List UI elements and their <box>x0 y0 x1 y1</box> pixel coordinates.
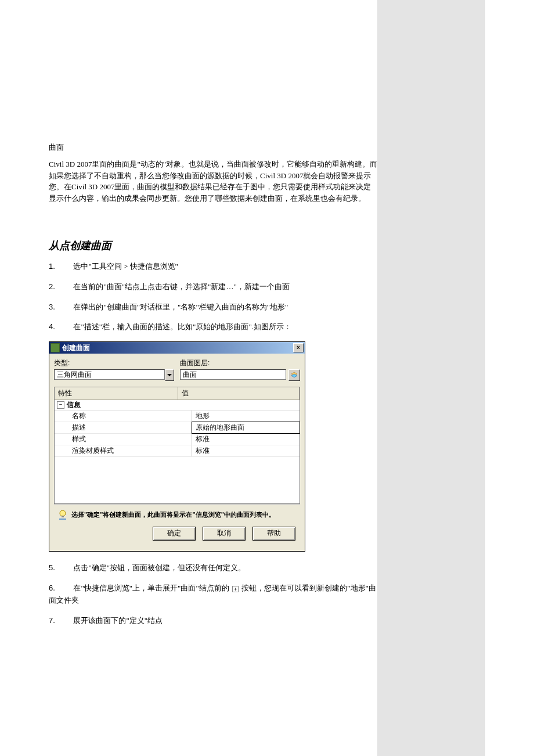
layer-value[interactable]: 曲面 <box>180 369 286 380</box>
app-icon <box>50 343 60 352</box>
collapse-icon[interactable]: − <box>57 401 64 409</box>
grid-header-property: 特性 <box>55 387 178 399</box>
hint-bar: 选择"确定"将创建新曲面，此曲面将显示在"信息浏览"中的曲面列表中。 <box>54 504 300 524</box>
ok-button[interactable]: 确定 <box>153 527 196 541</box>
step-1: 选中"工具空间 > 快捷信息浏览" <box>49 261 377 273</box>
section-label: 曲面 <box>49 142 377 153</box>
grid-row-description[interactable]: 描述 原始的地形曲面 <box>55 422 300 434</box>
create-surface-dialog: 创建曲面 × 类型: 三角网曲面 曲面图层: 曲面 <box>49 341 305 552</box>
lightbulb-icon <box>57 509 68 520</box>
steps-list-bottom: 点击"确定"按钮，面面被创建，但还没有任何定义。 在"快捷信息浏览"上，单击展开… <box>49 562 377 627</box>
grid-blank-area <box>55 457 300 503</box>
layer-picker-button[interactable] <box>288 369 300 381</box>
chevron-down-icon[interactable] <box>165 369 174 381</box>
page-margin <box>377 0 485 756</box>
type-label: 类型: <box>54 358 174 368</box>
property-grid: 特性 值 − 信息 名称 地形 描述 原始的地形曲面 <box>54 387 300 504</box>
grid-group-info[interactable]: − 信息 <box>55 400 300 411</box>
svg-rect-1 <box>62 516 64 517</box>
dialog-title: 创建曲面 <box>62 343 293 353</box>
heading-create-surface: 从点创建曲面 <box>49 239 377 253</box>
svg-point-0 <box>60 510 66 516</box>
cancel-button[interactable]: 取消 <box>203 527 246 541</box>
step-2: 在当前的"曲面"结点上点击右键，并选择"新建…"，新建一个曲面 <box>49 281 377 293</box>
layer-label: 曲面图层: <box>180 358 300 368</box>
steps-list-top: 选中"工具空间 > 快捷信息浏览" 在当前的"曲面"结点上点击右键，并选择"新建… <box>49 261 377 333</box>
dialog-titlebar: 创建曲面 × <box>49 342 305 354</box>
intro-paragraph: Civil 3D 2007里面的曲面是"动态的"对象。也就是说，当曲面被修改时，… <box>49 159 377 204</box>
grid-header-value: 值 <box>178 387 300 399</box>
close-icon[interactable]: × <box>293 343 304 352</box>
grid-row-name[interactable]: 名称 地形 <box>55 411 300 422</box>
plus-icon: + <box>232 586 239 592</box>
step-6: 在"快捷信息浏览"上，单击展开"曲面"结点前的 + 按钮，您现在可以看到新创建的… <box>49 582 377 607</box>
grid-row-render-style[interactable]: 渲染材质样式 标准 <box>55 445 300 457</box>
step-4: 在"描述"栏，输入曲面的描述。比如"原始的地形曲面".如图所示： <box>49 321 377 333</box>
step-5: 点击"确定"按钮，面面被创建，但还没有任何定义。 <box>49 562 377 574</box>
step-7: 展开该曲面下的"定义"结点 <box>49 615 377 627</box>
type-combobox[interactable]: 三角网曲面 <box>54 369 174 381</box>
type-value: 三角网曲面 <box>54 369 165 380</box>
step-3: 在弹出的"创建曲面"对话框里，"名称"栏键入曲面的名称为"地形" <box>49 301 377 314</box>
help-button[interactable]: 帮助 <box>252 527 295 541</box>
hint-text: 选择"确定"将创建新曲面，此曲面将显示在"信息浏览"中的曲面列表中。 <box>71 510 275 519</box>
grid-row-style[interactable]: 样式 标准 <box>55 434 300 445</box>
